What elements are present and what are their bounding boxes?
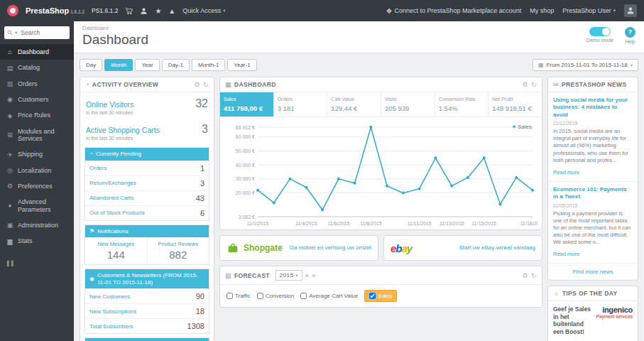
svg-text:11/1/2015: 11/1/2015 <box>247 221 269 226</box>
cart-icon[interactable] <box>125 7 133 15</box>
range-button-month[interactable]: Month <box>104 59 133 71</box>
shopgate-ad[interactable]: Shopgate Ga mobiel en verhoog uw omzet <box>219 235 378 261</box>
sidebar-item-catalog[interactable]: ▤Catalog <box>0 60 74 75</box>
forecast-prev-button[interactable]: « <box>305 272 309 279</box>
sidebar-item-shipping[interactable]: ✈Shipping <box>0 146 74 162</box>
orders-icon: ▥ <box>6 80 13 87</box>
module-ads-row: Shopgate Ga mobiel en verhoog uw omzet e… <box>219 235 542 261</box>
sidebar-item-advanced-parameters[interactable]: ✦Advanced Parameters <box>0 194 74 217</box>
star-icon[interactable]: ★ <box>155 7 161 15</box>
ebay-ad[interactable]: ebay Start uw eBay-winkel vandaag <box>383 235 542 261</box>
new-customers-link[interactable]: New Customers <box>89 293 130 300</box>
orders-link[interactable]: Orders <box>89 165 107 171</box>
range-button-day-1[interactable]: Day-1 <box>162 59 190 71</box>
search-input[interactable] <box>19 28 67 37</box>
sidebar-item-customers[interactable]: ◉Customers <box>0 92 74 107</box>
traffic-checkbox[interactable] <box>227 293 233 299</box>
avatar[interactable] <box>624 4 637 17</box>
refresh-icon[interactable]: ↻ <box>531 81 537 88</box>
forecast-year-select[interactable]: 2015▾ <box>275 270 302 281</box>
sidebar-item-stats[interactable]: ▆Stats <box>0 233 74 249</box>
out-of-stock-link[interactable]: Out of Stock Products <box>89 210 145 216</box>
legend-label: Sales <box>518 124 532 130</box>
forecast-toggle-conversion[interactable]: Conversion <box>257 293 294 299</box>
sales-checkbox[interactable] <box>369 293 376 299</box>
article-title-link[interactable]: Using social media for your business: 4 … <box>553 97 633 119</box>
user-icon[interactable] <box>140 7 148 15</box>
gear-icon[interactable]: ⚙ <box>523 272 528 279</box>
sales-line-chart[interactable]: 66 912 €60 000 €50 000 €40 000 €30 000 €… <box>224 121 537 228</box>
average-cart-value-checkbox[interactable] <box>300 293 307 299</box>
range-button-month-1[interactable]: Month-1 <box>192 59 225 71</box>
read-more-link[interactable]: Read more <box>553 169 579 175</box>
prestashop-logo[interactable] <box>7 5 18 16</box>
sidebar-item-label: Localization <box>18 167 52 174</box>
ebay-cta-link[interactable]: Start uw eBay-winkel vandaag <box>459 244 535 251</box>
shopgate-cta-link[interactable]: Ga mobiel en verhoog uw omzet <box>290 244 371 251</box>
find-more-news-link[interactable]: Find more news <box>548 264 638 280</box>
date-range-label: From 2015-11-01 To 2015-11-18 <box>546 62 627 68</box>
prestashop-admin: PrestaShop1.6.1.2 PS1.6.1.2 ★ ▲ Quick Ac… <box>0 0 644 341</box>
brand-name[interactable]: PrestaShop1.6.1.2 <box>26 6 84 15</box>
new-messages-cell[interactable]: New Messages 144 <box>85 237 147 264</box>
online-visitors-link[interactable]: Online Visitors <box>86 100 134 109</box>
forecast-toggle-sales[interactable]: Sales <box>364 290 397 302</box>
user-menu[interactable]: PrestaShop User▾ <box>562 7 616 14</box>
pending-row-out-of-stock: Out of Stock Products6 <box>85 205 209 220</box>
refresh-icon[interactable]: ↻ <box>531 272 537 279</box>
total-subscribers-link[interactable]: Total Subscribers <box>89 323 133 330</box>
quick-access-menu[interactable]: Quick Access▾ <box>182 7 225 14</box>
range-button-year-1[interactable]: Year-1 <box>227 59 256 71</box>
abandoned-carts-link[interactable]: Abandoned Carts <box>89 195 133 201</box>
kpi-visits[interactable]: Visits205 939 <box>381 92 435 117</box>
sidebar-item-modules[interactable]: ⊞Modules and Services <box>0 124 74 147</box>
search-scope-dropdown-icon[interactable]: ▾ <box>15 30 17 36</box>
help-icon[interactable]: ? <box>625 27 635 38</box>
kpi-cart-value[interactable]: Cart Value129,44 € <box>327 92 381 117</box>
sidebar-item-label: Stats <box>18 237 33 244</box>
forecast-next-button[interactable]: » <box>312 272 315 279</box>
sidebar-item-orders[interactable]: ▥Orders <box>0 76 74 92</box>
sidebar-item-localization[interactable]: ◎Localization <box>0 163 74 178</box>
chart-legend[interactable]: ● Sales <box>512 123 532 130</box>
sidebar-collapse-button[interactable]: ▌▌ <box>0 256 74 270</box>
returns-link[interactable]: Return/Exchanges <box>89 180 136 186</box>
kpi-orders[interactable]: Orders3 181 <box>274 92 328 117</box>
sidebar-item-administration[interactable]: ▣Administration <box>0 217 74 233</box>
prestashop-news-panel: ✉ PRESTASHOP NEWS Using social media for… <box>547 77 638 281</box>
forecast-toggle-average-cart-value[interactable]: Average Cart Value <box>300 293 358 299</box>
gear-icon[interactable]: ⚙ <box>523 81 528 88</box>
refresh-icon[interactable]: ↻ <box>203 81 209 88</box>
date-range-picker[interactable]: ▦ From 2015-11-01 To 2015-11-18 ▾ <box>533 59 638 71</box>
forecast-toggle-traffic[interactable]: Traffic <box>227 293 251 299</box>
demo-mode-toggle[interactable] <box>589 27 611 36</box>
sidebar-item-dashboard[interactable]: ⌂Dashboard <box>0 44 74 60</box>
read-more-link[interactable]: Read more <box>553 251 579 257</box>
product-reviews-cell[interactable]: Product Reviews 882 <box>147 237 209 264</box>
article-excerpt: In 2015, social media are an integral pa… <box>553 128 633 164</box>
rocket-icon[interactable]: ▲ <box>168 7 175 15</box>
kpi-net-profit[interactable]: Net Profit148 918,51 € <box>489 92 542 117</box>
conversion-checkbox[interactable] <box>257 293 263 299</box>
range-button-year[interactable]: Year <box>135 59 159 71</box>
currently-pending-section: ◔Currently Pending Orders1 Return/Exchan… <box>84 147 209 221</box>
orders-value: 1 <box>200 164 204 173</box>
kpi-conversion-rate[interactable]: Conversion Rate1.54% <box>435 92 489 117</box>
article-title-link[interactable]: Ecommerce 101: Payments in a Tweet <box>553 186 633 201</box>
range-button-day[interactable]: Day <box>80 59 102 71</box>
sidebar-item-label: Modules and Services <box>18 128 67 143</box>
gear-icon[interactable]: ⚙ <box>195 81 200 88</box>
new-subscriptions-link[interactable]: New Subscriptions <box>89 308 136 315</box>
administration-icon: ▣ <box>6 222 13 229</box>
ps-version-label: PS1.6.1.2 <box>92 7 118 14</box>
sidebar-item-price-rules[interactable]: ◈Price Rules <box>0 107 74 123</box>
kpi-sales[interactable]: Sales411 759,00 € <box>220 92 274 117</box>
my-shop-link[interactable]: My shop <box>530 7 554 14</box>
ebay-logo: ebay <box>391 242 412 254</box>
marketplace-link[interactable]: ❖Connect to PrestaShop Marketplace accou… <box>386 7 522 15</box>
sidebar-item-preferences[interactable]: ⚙Preferences <box>0 178 74 194</box>
active-carts-link[interactable]: Active Shopping Carts <box>86 126 160 134</box>
tip-icon: ☼ <box>553 290 560 297</box>
svg-text:60 000 €: 60 000 € <box>236 134 255 139</box>
breadcrumb[interactable]: Dashboard <box>82 25 148 31</box>
